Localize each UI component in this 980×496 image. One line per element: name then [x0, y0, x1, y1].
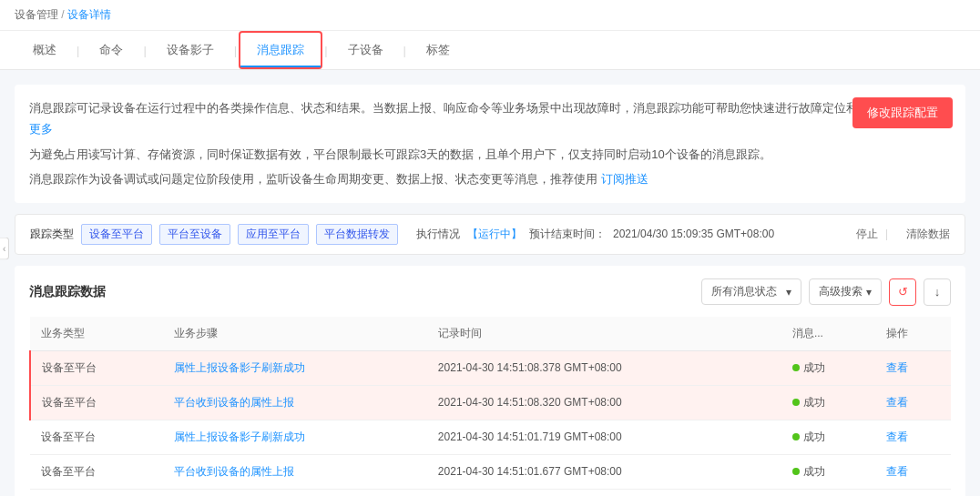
success-dot: [792, 433, 800, 440]
tab-device-shadow[interactable]: 设备影子: [148, 31, 232, 69]
subscribe-link[interactable]: 订阅推送: [601, 172, 648, 186]
cell-action[interactable]: 查看: [875, 350, 951, 385]
table-wrapper: 业务类型 业务步骤 记录时间 消息... 操作 设备至平台属性上报设备影子刷新成…: [29, 317, 951, 496]
cell-business-step[interactable]: 平台收到设备的属性上报: [163, 454, 426, 489]
refresh-button[interactable]: ↺: [889, 278, 916, 306]
content-area: 消息跟踪可记录设备在运行过程中的各类操作信息、状态和结果。当数据上报、响应命令等…: [0, 70, 980, 496]
trace-tag-app-to-platform[interactable]: 应用至平台: [238, 224, 309, 245]
trace-tag-device-to-platform[interactable]: 设备至平台: [81, 224, 152, 245]
cell-business-step[interactable]: 属性上报设备影子刷新成功: [163, 420, 426, 454]
info-line1: 消息跟踪可记录设备在运行过程中的各类操作信息、状态和结果。当数据上报、响应命令等…: [29, 97, 951, 140]
stop-trace-link[interactable]: 停止: [856, 227, 878, 242]
collapse-icon: ‹: [3, 243, 5, 253]
data-header: 消息跟踪数据 所有消息状态 ▾ 高级搜索 ▾ ↺ ↓: [29, 278, 951, 306]
cell-business-step[interactable]: 平台收到设备的属性上报: [163, 385, 426, 420]
cell-business-type: 设备至平台: [30, 454, 163, 489]
table-row: 设备至平台属性上报设备影子刷新成功2021-04-30 14:51:08.378…: [30, 350, 951, 385]
cell-message-status: 成功: [781, 350, 875, 385]
cell-action[interactable]: 查看: [875, 420, 951, 454]
tab-message-trace[interactable]: 消息跟踪: [239, 31, 322, 69]
success-dot: [792, 399, 800, 406]
tab-overview[interactable]: 概述: [15, 31, 75, 69]
filter-area: 所有消息状态 ▾ 高级搜索 ▾ ↺ ↓: [701, 278, 951, 306]
cell-record-time: 2021-04-30 14:50:55.099 GMT+08:00: [427, 489, 781, 496]
status-filter-select[interactable]: 所有消息状态 ▾: [701, 278, 801, 305]
download-icon: ↓: [934, 285, 941, 299]
cell-message-status: 成功: [781, 489, 875, 496]
trace-tag-platform-data-forward[interactable]: 平台数据转发: [316, 224, 398, 245]
status-label: 执行情况: [416, 227, 460, 242]
time-value: 2021/04/30 15:09:35 GMT+08:00: [613, 228, 774, 240]
table-row: 设备至平台平台收到设备的属性上报2021-04-30 14:51:08.320 …: [30, 385, 951, 420]
table-row: 设备至平台属性上报设备影子刷新成功2021-04-30 14:51:01.719…: [30, 420, 951, 454]
time-label: 预计结束时间：: [529, 227, 606, 242]
refresh-icon: ↺: [898, 285, 908, 299]
trace-bar: 跟踪类型 设备至平台 平台至设备 应用至平台 平台数据转发 执行情况 【运行中】…: [15, 214, 965, 255]
status-value: 【运行中】: [467, 227, 522, 242]
download-button[interactable]: ↓: [924, 278, 951, 306]
cell-business-type: 设备至平台: [30, 350, 163, 385]
breadcrumb-current: 设备详情: [67, 8, 111, 21]
data-title: 消息跟踪数据: [29, 284, 106, 300]
cell-business-step[interactable]: 属性上报设备影子刷新成功: [163, 489, 426, 496]
tab-sub-device[interactable]: 子设备: [330, 31, 402, 69]
cell-action[interactable]: 查看: [875, 489, 951, 496]
trace-type-label: 跟踪类型: [30, 227, 74, 242]
col-record-time: 记录时间: [427, 317, 781, 351]
table-row: 设备至平台属性上报设备影子刷新成功2021-04-30 14:50:55.099…: [30, 489, 951, 496]
info-box: 消息跟踪可记录设备在运行过程中的各类操作信息、状态和结果。当数据上报、响应命令等…: [15, 85, 965, 203]
breadcrumb-parent[interactable]: 设备管理: [15, 8, 58, 21]
cell-message-status: 成功: [781, 420, 875, 454]
chevron-down-icon-2: ▾: [866, 286, 872, 299]
tabs-bar: 概述 | 命令 | 设备影子 | 消息跟踪 | 子设备 | 标签: [0, 31, 980, 70]
success-dot: [792, 364, 800, 371]
view-link[interactable]: 查看: [886, 396, 908, 409]
cell-action[interactable]: 查看: [875, 454, 951, 489]
col-business-step: 业务步骤: [163, 317, 426, 351]
cell-record-time: 2021-04-30 14:51:01.719 GMT+08:00: [427, 420, 781, 454]
view-link[interactable]: 查看: [886, 430, 908, 443]
cell-record-time: 2021-04-30 14:51:01.677 GMT+08:00: [427, 454, 781, 489]
view-link[interactable]: 查看: [886, 465, 908, 478]
info-line2: 为避免占用读写计算、存储资源，同时保证数据有效，平台限制最长可跟踪3天的数据，且…: [29, 144, 951, 165]
info-line3: 消息跟踪作为设备调试或问题定位阶段使用，监听设备生命周期变更、数据上报、状态变更…: [29, 168, 951, 189]
cell-business-type: 设备至平台: [30, 489, 163, 496]
tab-command[interactable]: 命令: [81, 31, 141, 69]
success-dot: [792, 468, 800, 475]
cell-business-type: 设备至平台: [30, 385, 163, 420]
breadcrumb: 设备管理 / 设备详情: [0, 0, 980, 31]
table-row: 设备至平台平台收到设备的属性上报2021-04-30 14:51:01.677 …: [30, 454, 951, 489]
left-collapse-handle[interactable]: ‹: [0, 237, 9, 259]
cell-business-step[interactable]: 属性上报设备影子刷新成功: [163, 350, 426, 385]
col-action: 操作: [875, 317, 951, 351]
data-section: 消息跟踪数据 所有消息状态 ▾ 高级搜索 ▾ ↺ ↓: [15, 266, 965, 496]
trace-tag-platform-to-device[interactable]: 平台至设备: [159, 224, 230, 245]
cell-business-type: 设备至平台: [30, 420, 163, 454]
view-link[interactable]: 查看: [886, 361, 908, 374]
tab-tags[interactable]: 标签: [408, 31, 468, 69]
advanced-search-button[interactable]: 高级搜索 ▾: [809, 278, 882, 305]
cell-message-status: 成功: [781, 454, 875, 489]
cell-record-time: 2021-04-30 14:51:08.320 GMT+08:00: [427, 385, 781, 420]
chevron-down-icon: ▾: [786, 286, 791, 299]
breadcrumb-separator: /: [61, 8, 64, 21]
col-message: 消息...: [781, 317, 875, 351]
message-trace-table: 业务类型 业务步骤 记录时间 消息... 操作 设备至平台属性上报设备影子刷新成…: [29, 317, 951, 496]
clear-data-link[interactable]: 清除数据: [906, 227, 950, 242]
modify-trace-config-button[interactable]: 修改跟踪配置: [852, 97, 953, 128]
cell-record-time: 2021-04-30 14:51:08.378 GMT+08:00: [427, 350, 781, 385]
cell-action[interactable]: 查看: [875, 385, 951, 420]
cell-message-status: 成功: [781, 385, 875, 420]
col-business-type: 业务类型: [30, 317, 163, 351]
